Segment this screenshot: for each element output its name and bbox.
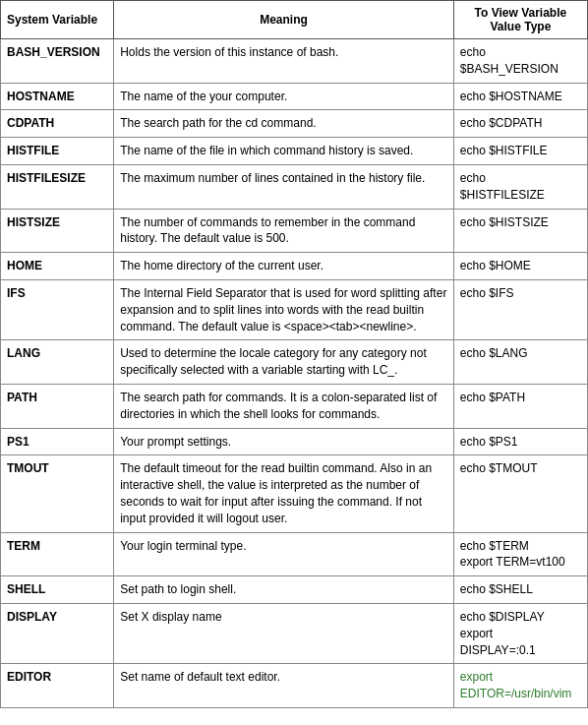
variable-name: PS1 <box>1 428 114 455</box>
variable-meaning: Holds the version of this instance of ba… <box>114 39 454 84</box>
variable-meaning: The home directory of the current user. <box>114 253 454 280</box>
table-row: LANGUsed to determine the locale categor… <box>1 340 588 385</box>
variable-name: BASH_VERSION <box>1 39 114 84</box>
variable-command: exportEDITOR=/usr/bin/vim <box>453 664 587 708</box>
table-row: PATHThe search path for commands. It is … <box>1 384 588 428</box>
variable-command: echo $CDPATH <box>453 110 587 138</box>
variable-command: echo $DISPLAYexportDISPLAY=:0.1 <box>453 603 587 663</box>
table-row: BASH_VERSIONHolds the version of this in… <box>1 39 588 84</box>
variable-meaning: The search path for the cd command. <box>114 110 454 138</box>
table-row: HOMEThe home directory of the current us… <box>1 253 588 280</box>
variable-meaning: The default timeout for the read builtin… <box>114 455 454 532</box>
variable-command: echo$BASH_VERSION <box>453 39 587 84</box>
variable-command: echo $HISTSIZE <box>453 209 587 253</box>
variable-meaning: The maximum number of lines contained in… <box>114 164 454 209</box>
table-row: HISTFILEThe name of the file in which co… <box>1 138 588 165</box>
header-command: To View Variable Value Type <box>453 1 587 39</box>
header-variable: System Variable <box>1 1 114 39</box>
variable-command: echo $HISTFILE <box>453 138 587 165</box>
variable-meaning: Your login terminal type. <box>114 532 454 576</box>
table-row: DISPLAYSet X display nameecho $DISPLAYex… <box>1 603 588 663</box>
variable-command: echo$HISTFILESIZE <box>453 164 587 209</box>
variable-command: echo $PATH <box>453 384 587 428</box>
table-row: HOSTNAMEThe name of the your computer.ec… <box>1 83 588 110</box>
variable-name: LANG <box>1 340 114 385</box>
variable-name: IFS <box>1 279 114 339</box>
variable-meaning: Set path to login shell. <box>114 576 454 604</box>
variable-command: echo $IFS <box>453 279 587 339</box>
table-row: SHELLSet path to login shell.echo $SHELL <box>1 576 588 604</box>
variable-name: PATH <box>1 384 114 428</box>
variable-command: echo $HOME <box>453 253 587 280</box>
variable-meaning: The search path for commands. It is a co… <box>114 384 454 428</box>
variable-command: echo $PS1 <box>453 428 587 455</box>
variable-name: HOSTNAME <box>1 83 114 110</box>
variable-name: SHELL <box>1 576 114 604</box>
variable-name: HISTFILESIZE <box>1 164 114 209</box>
variable-meaning: The number of commands to remember in th… <box>114 209 454 253</box>
variable-name: TMOUT <box>1 455 114 532</box>
variable-meaning: Set X display name <box>114 603 454 663</box>
variable-command: echo $TERMexport TERM=vt100 <box>453 532 587 576</box>
table-row: TMOUTThe default timeout for the read bu… <box>1 455 588 532</box>
variable-meaning: The name of the your computer. <box>114 83 454 110</box>
variable-command: echo $LANG <box>453 340 587 385</box>
system-variables-table: System Variable Meaning To View Variable… <box>0 0 588 708</box>
variable-meaning: The Internal Field Separator that is use… <box>114 279 454 339</box>
table-row: HISTFILESIZEThe maximum number of lines … <box>1 164 588 209</box>
variable-name: HISTSIZE <box>1 209 114 253</box>
variable-meaning: Used to determine the locale category fo… <box>114 340 454 385</box>
variable-command: echo $HOSTNAME <box>453 83 587 110</box>
table-row: CDPATHThe search path for the cd command… <box>1 110 588 138</box>
table-row: TERMYour login terminal type.echo $TERMe… <box>1 532 588 576</box>
variable-command: echo $TMOUT <box>453 455 587 532</box>
variable-meaning: The name of the file in which command hi… <box>114 138 454 165</box>
variable-name: EDITOR <box>1 664 114 708</box>
variable-name: HOME <box>1 253 114 280</box>
variable-meaning: Set name of default text editor. <box>114 664 454 708</box>
variable-name: HISTFILE <box>1 138 114 165</box>
table-row: EDITORSet name of default text editor.ex… <box>1 664 588 708</box>
table-row: IFSThe Internal Field Separator that is … <box>1 279 588 339</box>
variable-name: CDPATH <box>1 110 114 138</box>
variable-name: TERM <box>1 532 114 576</box>
variable-meaning: Your prompt settings. <box>114 428 454 455</box>
header-meaning: Meaning <box>114 1 454 39</box>
table-row: HISTSIZEThe number of commands to rememb… <box>1 209 588 253</box>
variable-command: echo $SHELL <box>453 576 587 604</box>
table-row: PS1Your prompt settings.echo $PS1 <box>1 428 588 455</box>
variable-name: DISPLAY <box>1 603 114 663</box>
